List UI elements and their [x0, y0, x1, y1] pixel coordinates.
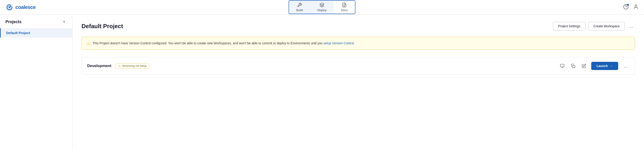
top-nav: coalesce Build Deploy	[0, 0, 644, 15]
workspace-name: Development	[87, 64, 112, 68]
warning-icon: ⚠	[86, 41, 90, 46]
nav-center-tabs: Build Deploy Docs	[288, 0, 355, 14]
setup-version-control-link[interactable]: setup Version Control.	[323, 41, 354, 45]
deploy-icon	[320, 3, 324, 8]
sidebar-header: Projects +	[0, 19, 72, 28]
main-content: Default Project Project Settings Create …	[72, 15, 644, 150]
edit-icon	[582, 64, 586, 68]
create-workspace-button[interactable]: Create Workspace	[588, 22, 625, 30]
view-icon	[560, 64, 564, 68]
launch-arrow: →	[610, 64, 613, 68]
version-badge-label: Versioning not setup	[122, 64, 147, 67]
page-title: Default Project	[82, 23, 123, 30]
workspace-left: Development ⊙ Versioning not setup	[87, 63, 150, 69]
build-icon	[297, 3, 302, 8]
version-badge: ⊙ Versioning not setup	[115, 63, 150, 69]
logo-area: coalesce	[6, 3, 36, 11]
version-badge-icon: ⊙	[118, 64, 121, 68]
warning-text: This Project doesn't have Version Contro…	[92, 41, 354, 46]
logo-icon	[6, 3, 14, 11]
svg-point-6	[635, 5, 637, 7]
workspace-edit-button[interactable]	[580, 62, 588, 69]
workspace-view-button[interactable]	[559, 62, 566, 69]
launch-button[interactable]: Launch →	[591, 62, 618, 70]
docs-tab-label: Docs	[341, 9, 348, 12]
docs-icon	[342, 3, 347, 8]
sidebar-item-default-project[interactable]: Default Project	[0, 28, 72, 38]
project-settings-button[interactable]: Project Settings	[553, 22, 586, 30]
workspace-card-development: Development ⊙ Versioning not setup	[82, 57, 635, 75]
help-button[interactable]	[623, 4, 628, 10]
deploy-tab-label: Deploy	[317, 9, 326, 12]
user-icon	[633, 4, 638, 10]
svg-rect-10	[572, 65, 575, 68]
warning-text-before: This Project doesn't have Version Contro…	[92, 41, 323, 45]
main-layout: Projects + Default Project Default Proje…	[0, 15, 644, 150]
workspace-more-button[interactable]: ...	[622, 62, 629, 69]
notification-dot	[627, 4, 629, 6]
workspace-copy-button[interactable]	[570, 62, 577, 69]
build-tab-label: Build	[296, 9, 303, 12]
header-more-button[interactable]: ...	[628, 23, 635, 30]
user-button[interactable]	[633, 4, 638, 10]
sidebar-title: Projects	[6, 20, 22, 24]
header-actions: Project Settings Create Workspace ...	[553, 22, 635, 30]
content-header: Default Project Project Settings Create …	[82, 22, 635, 30]
nav-right	[623, 4, 638, 10]
sidebar-item-label: Default Project	[6, 31, 30, 35]
nav-tab-docs[interactable]: Docs	[334, 1, 355, 14]
warning-banner: ⚠ This Project doesn't have Version Cont…	[82, 37, 635, 50]
launch-label: Launch	[597, 64, 608, 68]
workspace-right: Launch → ...	[559, 62, 629, 70]
add-project-button[interactable]: +	[61, 19, 67, 25]
copy-icon	[571, 64, 576, 68]
nav-tab-deploy[interactable]: Deploy	[310, 1, 334, 14]
sidebar: Projects + Default Project	[0, 15, 72, 150]
nav-tab-build[interactable]: Build	[289, 1, 310, 14]
logo-text: coalesce	[16, 4, 36, 10]
svg-rect-7	[560, 64, 564, 67]
